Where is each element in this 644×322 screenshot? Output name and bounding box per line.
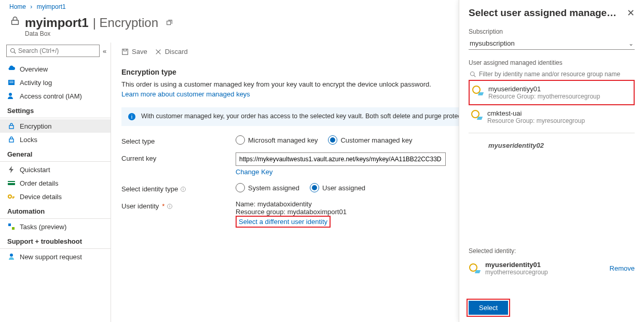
- nav-label: New support request: [20, 253, 82, 261]
- nav-label: Order details: [20, 179, 58, 187]
- close-icon[interactable]: ✕: [627, 7, 635, 19]
- identity-filter[interactable]: Filter by identity name and/or resource …: [469, 68, 635, 80]
- support-icon: [7, 253, 16, 261]
- selected-identity-label: Selected identity:: [469, 247, 635, 255]
- nav-group-settings: Settings: [0, 103, 111, 118]
- radio-customer-managed[interactable]: Customer managed key: [328, 135, 412, 145]
- svg-point-20: [471, 72, 475, 76]
- discard-icon: [155, 48, 162, 55]
- sidebar: « Overview Activity log Access control (…: [0, 43, 111, 322]
- identity-item-0[interactable]: myuseridentiyy01 Resource Group: myother…: [469, 80, 635, 105]
- search-icon: [470, 71, 476, 77]
- pin-icon[interactable]: [166, 20, 173, 27]
- cloud-icon: [7, 65, 16, 73]
- chevron-right-icon: ›: [30, 3, 32, 10]
- svg-point-2: [11, 49, 15, 53]
- collapse-icon[interactable]: «: [103, 47, 106, 55]
- nav-label: Encryption: [20, 122, 51, 130]
- sidebar-item-locks[interactable]: Locks: [0, 133, 111, 146]
- breadcrumb-home[interactable]: Home: [9, 3, 26, 10]
- select-different-identity-link[interactable]: Select a different user identity: [236, 216, 331, 228]
- nav-label: Access control (IAM): [20, 92, 82, 100]
- svg-rect-0: [12, 20, 19, 24]
- subscription-label: Subscription: [469, 28, 635, 35]
- current-key-input[interactable]: [236, 152, 446, 166]
- discard-button[interactable]: Discard: [155, 48, 188, 55]
- person-icon: [7, 92, 16, 100]
- sidebar-search[interactable]: [6, 45, 100, 57]
- lock-small-icon: [7, 122, 16, 130]
- list-icon: [7, 78, 16, 87]
- page-section: | Encryption: [93, 16, 158, 30]
- info-small-icon[interactable]: [167, 203, 173, 209]
- nav-label: Activity log: [20, 79, 52, 87]
- svg-point-14: [10, 254, 13, 257]
- sidebar-item-encryption[interactable]: Encryption: [0, 119, 111, 133]
- page-title: myimport1: [25, 16, 89, 30]
- svg-rect-8: [9, 139, 13, 142]
- svg-rect-4: [9, 81, 13, 81]
- radio-system-assigned[interactable]: System assigned: [236, 183, 299, 192]
- identity-rg: Resource Group: myotherresourcegroup: [488, 93, 600, 100]
- sidebar-item-device[interactable]: Device details: [0, 190, 111, 203]
- radio-user-assigned[interactable]: User assigned: [310, 183, 365, 192]
- subscription-value: mysubscription: [470, 39, 515, 47]
- lightning-icon: [7, 165, 16, 174]
- sidebar-item-support[interactable]: New support request: [0, 250, 111, 263]
- info-text: With customer managed key, your order ha…: [141, 113, 488, 121]
- select-button[interactable]: Select: [469, 301, 508, 315]
- card-icon: [7, 179, 16, 187]
- panel-title: Select user assigned manage…: [469, 7, 616, 19]
- subscription-dropdown[interactable]: mysubscription ⌄: [469, 37, 635, 50]
- svg-rect-15: [122, 49, 128, 54]
- nav-label: Tasks (preview): [20, 223, 66, 231]
- identity-item-1[interactable]: cmktest-uai Resource Group: myresourcegr…: [469, 105, 635, 129]
- identity-extra: myuseridentity02: [469, 133, 635, 149]
- nav-label: Quickstart: [20, 166, 50, 174]
- radio-ms-managed[interactable]: Microsoft managed key: [236, 135, 318, 145]
- svg-rect-13: [12, 227, 15, 230]
- info-icon: i: [128, 113, 136, 121]
- nav-label: Overview: [20, 65, 48, 73]
- svg-point-6: [9, 93, 12, 96]
- nav-label: Locks: [20, 136, 37, 144]
- chevron-down-icon: ⌄: [628, 40, 634, 47]
- identity-icon: [471, 109, 482, 121]
- user-identity-label: User identity*: [121, 200, 236, 210]
- current-key-label: Current key: [121, 152, 236, 162]
- selected-identity-rg: myotherresourcegroup: [485, 269, 548, 276]
- svg-rect-5: [9, 82, 13, 83]
- lock-small-icon: [7, 135, 16, 144]
- tasks-icon: [7, 222, 16, 231]
- search-input[interactable]: [18, 47, 96, 54]
- nav-group-support: Support + troubleshoot: [0, 233, 111, 249]
- identity-name: myuseridentiyy01: [488, 85, 600, 93]
- sidebar-item-iam[interactable]: Access control (IAM): [0, 89, 111, 103]
- remove-link[interactable]: Remove: [610, 264, 635, 272]
- svg-rect-12: [8, 223, 11, 226]
- identity-icon: [469, 263, 480, 274]
- svg-rect-1: [167, 21, 171, 25]
- select-type-label: Select type: [121, 135, 236, 145]
- lock-icon: [9, 15, 21, 27]
- save-button[interactable]: Save: [121, 48, 147, 55]
- sidebar-item-order[interactable]: Order details: [0, 176, 111, 190]
- sidebar-item-quickstart[interactable]: Quickstart: [0, 163, 111, 176]
- breadcrumb-current[interactable]: myimport1: [37, 3, 66, 10]
- search-icon: [10, 48, 16, 54]
- sidebar-item-overview[interactable]: Overview: [0, 62, 111, 76]
- info-small-icon[interactable]: [180, 186, 186, 192]
- sidebar-item-tasks[interactable]: Tasks (preview): [0, 220, 111, 233]
- sidebar-item-activity[interactable]: Activity log: [0, 76, 111, 89]
- filter-placeholder: Filter by identity name and/or resource …: [479, 71, 620, 78]
- identity-rg: Resource Group: myresourcegroup: [487, 117, 585, 124]
- svg-text:i: i: [131, 114, 132, 120]
- nav-group-automation: Automation: [0, 203, 111, 219]
- svg-rect-10: [8, 182, 15, 183]
- svg-rect-7: [9, 125, 13, 129]
- identity-icon: [472, 85, 483, 96]
- selected-identity-name: myuseridentity01: [485, 261, 548, 269]
- svg-point-11: [8, 195, 11, 198]
- nav-group-general: General: [0, 146, 111, 162]
- key-icon: [7, 192, 16, 201]
